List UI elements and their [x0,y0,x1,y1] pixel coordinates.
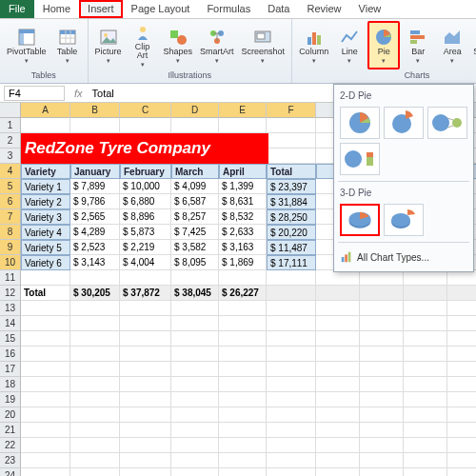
col-header-B[interactable]: B [70,103,120,118]
cell[interactable] [21,438,70,453]
cell[interactable] [70,453,120,468]
cell[interactable] [267,423,316,438]
cell[interactable] [171,118,219,133]
tab-home[interactable]: Home [34,0,79,18]
row-header-23[interactable]: 23 [0,453,21,468]
cell[interactable]: Total [21,286,70,301]
cell[interactable] [70,423,120,438]
cell[interactable] [219,301,267,316]
cell[interactable]: $ 37,872 [120,286,171,301]
tab-file[interactable]: File [0,0,34,18]
cell[interactable] [120,438,171,453]
cell[interactable]: April [219,164,267,179]
bar-button[interactable]: Bar▾ [402,21,434,69]
cell[interactable] [171,301,219,316]
row-header-7[interactable]: 7 [0,209,21,225]
cell[interactable] [267,453,316,468]
cell[interactable] [219,331,267,347]
cell[interactable]: Variety [21,164,70,179]
tab-formulas[interactable]: Formulas [198,0,259,18]
cell[interactable] [404,377,447,392]
row-header-24[interactable]: 24 [0,468,21,476]
cell[interactable] [316,423,360,438]
row-header-22[interactable]: 22 [0,438,21,453]
cell[interactable]: $ 10,000 [120,179,171,194]
cell[interactable]: $ 28,250 [267,209,316,225]
row-header-18[interactable]: 18 [0,377,21,392]
cell[interactable] [171,468,219,476]
row-header-12[interactable]: 12 [0,286,21,301]
cell[interactable] [404,347,447,362]
row-header-3[interactable]: 3 [0,149,21,164]
cell[interactable] [447,270,476,286]
cell[interactable] [219,438,267,453]
cell[interactable] [219,270,267,286]
cell[interactable] [120,270,171,286]
cell[interactable] [70,331,120,347]
cell[interactable] [447,453,476,468]
cell[interactable] [21,453,70,468]
cell[interactable] [21,331,70,347]
col-header-F[interactable]: F [267,103,316,118]
cell[interactable] [447,347,476,362]
cell[interactable] [219,377,267,392]
cell[interactable] [404,286,447,301]
cell[interactable] [21,301,70,316]
cell[interactable] [267,270,316,286]
cell[interactable] [21,423,70,438]
cell[interactable] [171,331,219,347]
cell[interactable] [70,118,120,133]
cell[interactable] [171,392,219,407]
cell[interactable]: Variety 6 [21,255,70,270]
cell[interactable] [404,301,447,316]
cell[interactable] [171,438,219,453]
cell[interactable] [316,270,360,286]
cell[interactable]: $ 4,289 [70,225,120,240]
cell[interactable] [267,407,316,423]
cell[interactable] [404,362,447,377]
cell[interactable] [360,331,404,347]
cell[interactable]: $ 7,899 [70,179,120,194]
cell[interactable] [360,316,404,331]
cell[interactable] [120,362,171,377]
row-header-20[interactable]: 20 [0,407,21,423]
pie-2d-exploded[interactable] [384,107,424,139]
cell[interactable] [447,362,476,377]
cell[interactable]: $ 30,205 [70,286,120,301]
pie-2d-basic[interactable] [340,107,380,139]
row-header-17[interactable]: 17 [0,362,21,377]
cell[interactable] [70,407,120,423]
pie-of-pie[interactable] [427,107,467,139]
bar-of-pie[interactable] [340,143,380,175]
cell[interactable]: $ 26,227 [219,286,267,301]
row-header-9[interactable]: 9 [0,240,21,255]
row-header-13[interactable]: 13 [0,301,21,316]
cell[interactable] [316,392,360,407]
cell[interactable] [360,392,404,407]
cell[interactable]: $ 3,582 [171,240,219,255]
cell[interactable] [447,423,476,438]
cell[interactable] [21,407,70,423]
pie-3d-exploded[interactable] [384,204,424,236]
cell[interactable] [267,149,316,164]
cell[interactable] [267,301,316,316]
cell[interactable] [171,316,219,331]
name-box[interactable]: F4 [4,86,65,101]
cell[interactable]: Variety 5 [21,240,70,255]
cell[interactable] [171,407,219,423]
cell[interactable] [267,331,316,347]
cell[interactable] [267,438,316,453]
cell[interactable] [316,377,360,392]
cell[interactable]: $ 6,880 [120,194,171,209]
cell[interactable] [404,423,447,438]
cell[interactable]: $ 2,219 [120,240,171,255]
cell[interactable]: $ 2,523 [70,240,120,255]
table-button[interactable]: Table▾ [51,21,84,69]
cell[interactable]: Variety 2 [21,194,70,209]
cell[interactable] [316,407,360,423]
row-header-10[interactable]: 10 [0,255,21,270]
cell[interactable] [360,270,404,286]
smartart-button[interactable]: SmartArt▾ [197,21,237,69]
cell[interactable]: $ 2,633 [219,225,267,240]
cell[interactable] [316,453,360,468]
